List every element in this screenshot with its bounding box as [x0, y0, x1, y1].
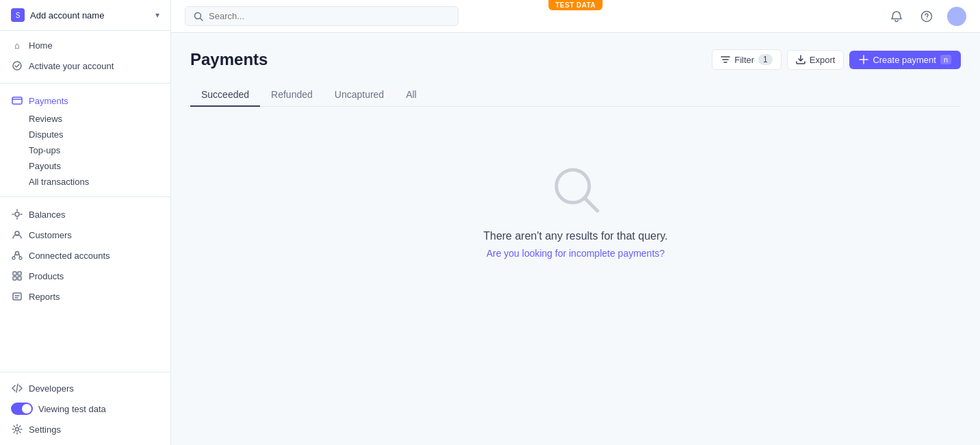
sidebar-label-payments: Payments — [29, 96, 68, 106]
topbar: TEST DATA — [171, 0, 980, 33]
sidebar-item-payouts[interactable]: Payouts — [0, 158, 170, 174]
sidebar-item-all-transactions[interactable]: All transactions — [0, 174, 170, 190]
svg-point-5 — [12, 257, 15, 259]
sidebar-label-reports: Reports — [29, 292, 60, 302]
sidebar-item-developers[interactable]: Developers — [0, 378, 170, 398]
sidebar-item-customers[interactable]: Customers — [0, 225, 170, 245]
create-payment-label: Create payment — [873, 55, 936, 65]
keyboard-shortcut: n — [940, 55, 951, 64]
payments-icon — [11, 94, 23, 107]
page-header: Payments Filter 1 Export Create payment … — [190, 49, 961, 70]
tabs-bar: Succeeded Refunded Uncaptured All — [190, 84, 961, 107]
sidebar-divider-2 — [0, 196, 170, 197]
avatar[interactable] — [947, 7, 966, 26]
sidebar-item-connected-accounts[interactable]: Connected accounts — [0, 245, 170, 266]
sidebar-item-home[interactable]: ⌂ Home — [0, 35, 170, 55]
sidebar-label-activate: Activate your account — [29, 61, 114, 71]
account-icon: S — [11, 8, 25, 22]
search-icon — [194, 12, 203, 21]
export-button[interactable]: Export — [787, 50, 844, 70]
customers-icon — [11, 229, 23, 241]
create-payment-button[interactable]: Create payment n — [849, 51, 961, 69]
empty-state-title: There aren't any results for that query. — [483, 230, 668, 242]
sidebar-section-mid: Balances Customers Connected accounts Pr… — [0, 200, 170, 311]
tab-all[interactable]: All — [395, 84, 428, 107]
svg-rect-8 — [18, 272, 21, 275]
help-button[interactable] — [917, 7, 936, 26]
svg-rect-7 — [13, 272, 16, 275]
topbar-icons — [887, 7, 966, 26]
svg-rect-11 — [13, 293, 21, 300]
products-icon — [11, 270, 23, 282]
sidebar: S Add account name ▾ ⌂ Home Activate you… — [0, 0, 171, 445]
main-area: TEST DATA Payments Filter 1 — [171, 0, 980, 445]
empty-state: There aren't any results for that query.… — [190, 107, 961, 314]
sidebar-label-test-data: Viewing test data — [38, 404, 106, 414]
sidebar-label-customers: Customers — [29, 230, 72, 240]
notifications-button[interactable] — [887, 7, 906, 26]
connected-accounts-icon — [11, 249, 23, 262]
sidebar-divider-1 — [0, 83, 170, 84]
sidebar-item-activate[interactable]: Activate your account — [0, 55, 170, 76]
search-input[interactable] — [209, 11, 450, 21]
plus-icon — [859, 55, 868, 64]
filter-icon — [721, 55, 730, 64]
svg-rect-9 — [13, 277, 16, 280]
sidebar-section-payments: Payments Reviews Disputes Top-ups Payout… — [0, 86, 170, 194]
sidebar-item-disputes[interactable]: Disputes — [0, 127, 170, 142]
search-bar[interactable] — [185, 6, 459, 26]
sidebar-label-settings: Settings — [29, 424, 61, 435]
chevron-down-icon: ▾ — [155, 10, 159, 20]
balances-icon — [11, 208, 23, 220]
export-icon — [796, 55, 805, 64]
filter-label: Filter — [734, 55, 754, 65]
page-title: Payments — [190, 50, 268, 69]
no-results-icon — [548, 162, 603, 216]
svg-point-4 — [16, 252, 19, 255]
tab-uncaptured[interactable]: Uncaptured — [324, 84, 395, 107]
svg-point-14 — [922, 11, 932, 21]
account-name: Add account name — [30, 10, 150, 21]
header-actions: Filter 1 Export Create payment n — [712, 49, 961, 70]
svg-point-12 — [16, 428, 19, 431]
svg-point-6 — [19, 257, 22, 259]
sidebar-label-developers: Developers — [29, 383, 74, 394]
sidebar-label-balances: Balances — [29, 209, 65, 220]
tab-refunded[interactable]: Refunded — [260, 84, 324, 107]
svg-point-15 — [926, 18, 927, 19]
sidebar-item-balances[interactable]: Balances — [0, 204, 170, 225]
svg-point-2 — [15, 212, 19, 216]
sidebar-item-reports[interactable]: Reports — [0, 286, 170, 307]
sidebar-item-products[interactable]: Products — [0, 266, 170, 286]
filter-count: 1 — [758, 54, 773, 65]
settings-icon — [11, 423, 23, 435]
sidebar-item-settings[interactable]: Settings — [0, 419, 170, 440]
export-label: Export — [810, 55, 836, 65]
sidebar-item-test-data[interactable]: Viewing test data — [0, 398, 170, 419]
sidebar-item-top-ups[interactable]: Top-ups — [0, 142, 170, 158]
svg-rect-10 — [18, 277, 21, 280]
filter-button[interactable]: Filter 1 — [712, 49, 782, 70]
sidebar-label-connected-accounts: Connected accounts — [29, 251, 110, 261]
developers-icon — [11, 382, 23, 394]
test-data-badge: TEST DATA — [548, 0, 602, 10]
test-data-toggle[interactable] — [11, 403, 33, 415]
sidebar-label-home: Home — [29, 40, 53, 51]
home-icon: ⌂ — [11, 39, 23, 51]
incomplete-payments-link[interactable]: Are you looking for incomplete payments? — [487, 248, 665, 259]
activate-icon — [11, 60, 23, 72]
tab-succeeded[interactable]: Succeeded — [190, 84, 260, 107]
sidebar-section-top: ⌂ Home Activate your account — [0, 31, 170, 80]
reports-icon — [11, 290, 23, 303]
sidebar-label-products: Products — [29, 271, 64, 281]
sidebar-item-reviews[interactable]: Reviews — [0, 111, 170, 127]
content-area: Payments Filter 1 Export Create payment … — [171, 33, 980, 445]
sidebar-section-bottom: Developers Viewing test data Settings — [0, 372, 170, 445]
account-selector[interactable]: S Add account name ▾ — [0, 0, 170, 31]
sidebar-item-payments[interactable]: Payments — [0, 90, 170, 111]
svg-rect-1 — [12, 97, 22, 104]
